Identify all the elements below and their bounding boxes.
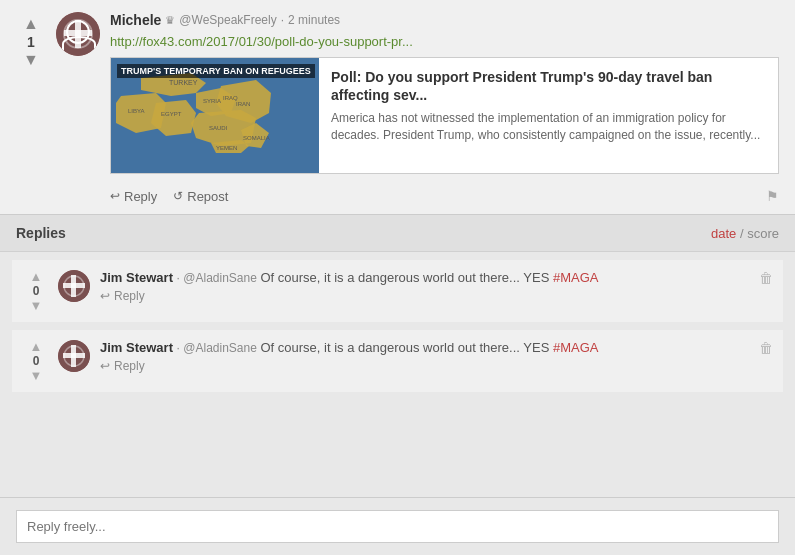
vote-column: ▲ 1 ▼ (16, 12, 46, 68)
svg-text:SAUDI: SAUDI (209, 125, 228, 131)
reply-reply-label: Reply (114, 359, 145, 373)
reply-downvote-button[interactable]: ▼ (30, 299, 43, 312)
repost-icon: ↺ (173, 189, 183, 203)
username: Michele (110, 12, 161, 28)
reply-input[interactable] (16, 510, 779, 543)
sort-options: date / score (711, 226, 779, 241)
reply-item: ▲ 0 ▼ Jim Stewart · @AladinSane Of cours… (12, 260, 783, 322)
reply-text-content: Of course, it is a dangerous world out t… (260, 340, 598, 355)
delete-reply-button[interactable]: 🗑 (759, 340, 773, 356)
downvote-button[interactable]: ▼ (23, 52, 39, 68)
reply-downvote-button[interactable]: ▼ (30, 369, 43, 382)
replies-header: Replies date / score (0, 215, 795, 252)
reply-handle: · @AladinSane (177, 341, 257, 355)
reply-text-content: Of course, it is a dangerous world out t… (260, 270, 598, 285)
svg-rect-1 (75, 20, 81, 48)
reply-item: ▲ 0 ▼ Jim Stewart · @AladinSane Of cours… (12, 330, 783, 392)
reply-avatar (58, 340, 90, 372)
reply-vote-col: ▲ 0 ▼ (24, 270, 48, 312)
vote-count: 1 (27, 32, 35, 52)
svg-text:SYRIA: SYRIA (203, 98, 221, 104)
post-actions: ↩ Reply ↺ Repost ⚑ (110, 184, 779, 204)
reply-reply-icon: ↩ (100, 289, 110, 303)
reply-username: Jim Stewart (100, 270, 173, 285)
reply-username: Jim Stewart (100, 340, 173, 355)
reply-upvote-button[interactable]: ▲ (30, 270, 43, 283)
sort-score[interactable]: score (747, 226, 779, 241)
svg-rect-29 (63, 353, 85, 358)
map-label: TRUMP'S TEMPORARY BAN ON REFUGEES (117, 64, 315, 78)
svg-text:IRAN: IRAN (236, 101, 250, 107)
reply-reply-button[interactable]: ↩ Reply (100, 289, 145, 303)
timestamp: 2 minutes (288, 13, 340, 27)
reply-reply-label: Reply (114, 289, 145, 303)
svg-text:SOMALIA: SOMALIA (243, 135, 270, 141)
preview-title: Poll: Do you support President Trump's 9… (331, 68, 766, 104)
reply-vote-count: 0 (33, 283, 40, 299)
sort-date[interactable]: date (711, 226, 736, 241)
reply-content: Jim Stewart · @AladinSane Of course, it … (100, 340, 771, 373)
post-content: Michele ♛ @WeSpeakFreely · 2 minutes htt… (110, 12, 779, 204)
replies-label: Replies (16, 225, 66, 241)
svg-point-3 (64, 20, 92, 48)
svg-rect-25 (63, 283, 85, 288)
flag-button[interactable]: ⚑ (766, 188, 779, 204)
crown-icon: ♛ (165, 14, 175, 27)
svg-rect-2 (64, 30, 92, 36)
preview-description: America has not witnessed the implementa… (331, 110, 766, 144)
svg-text:EGYPT: EGYPT (161, 111, 182, 117)
author-line: Michele ♛ @WeSpeakFreely · 2 minutes (110, 12, 779, 28)
reply-vote-col: ▲ 0 ▼ (24, 340, 48, 382)
avatar (56, 12, 100, 56)
reply-reply-icon: ↩ (100, 359, 110, 373)
reply-author-line: Jim Stewart · @AladinSane Of course, it … (100, 270, 771, 285)
reply-avatar (58, 270, 90, 302)
preview-image: TRUMP'S TEMPORARY BAN ON REFUGEES (111, 58, 319, 173)
svg-point-0 (56, 12, 100, 56)
replies-section: Replies date / score ▲ 0 ▼ (0, 215, 795, 392)
reply-author-line: Jim Stewart · @AladinSane Of course, it … (100, 340, 771, 355)
upvote-button[interactable]: ▲ (23, 16, 39, 32)
reply-label: Reply (124, 189, 157, 204)
reply-content: Jim Stewart · @AladinSane Of course, it … (100, 270, 771, 303)
repost-label: Repost (187, 189, 228, 204)
reply-input-bar (0, 497, 795, 555)
svg-text:YEMEN: YEMEN (216, 145, 237, 151)
separator: · (281, 13, 284, 27)
reply-handle: · @AladinSane (177, 271, 257, 285)
svg-text:LIBYA: LIBYA (128, 108, 145, 114)
main-post: ▲ 1 ▼ (0, 0, 795, 215)
delete-reply-button[interactable]: 🗑 (759, 270, 773, 286)
repost-button[interactable]: ↺ Repost (173, 189, 228, 204)
reply-upvote-button[interactable]: ▲ (30, 340, 43, 353)
reply-vote-count: 0 (33, 353, 40, 369)
post-link[interactable]: http://fox43.com/2017/01/30/poll-do-you-… (110, 34, 779, 49)
preview-text: Poll: Do you support President Trump's 9… (319, 58, 778, 173)
reply-icon: ↩ (110, 189, 120, 203)
user-handle: @WeSpeakFreely (179, 13, 276, 27)
reply-reply-button[interactable]: ↩ Reply (100, 359, 145, 373)
link-preview: TRUMP'S TEMPORARY BAN ON REFUGEES (110, 57, 779, 174)
avatar-image (56, 12, 100, 56)
reply-button[interactable]: ↩ Reply (110, 189, 157, 204)
svg-text:TURKEY: TURKEY (169, 79, 198, 86)
